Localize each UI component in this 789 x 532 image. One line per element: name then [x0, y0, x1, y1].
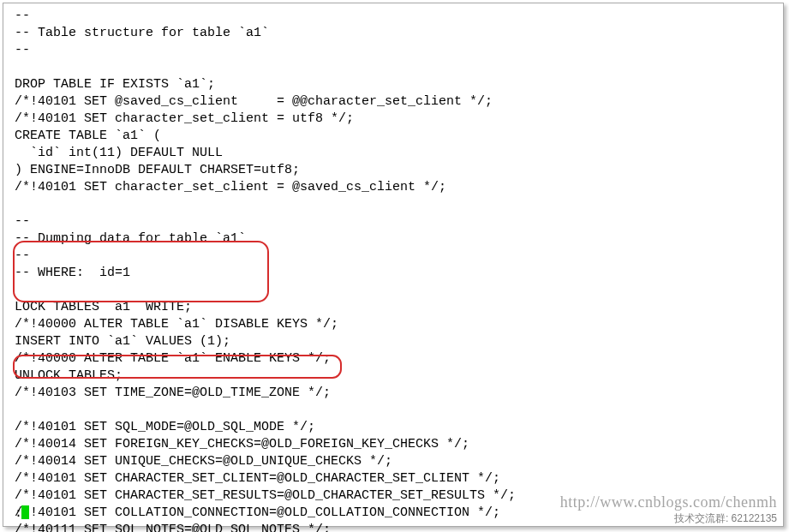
cursor-icon [21, 505, 29, 519]
terminal-frame: -- -- Table structure for table `a1` -- … [3, 3, 784, 527]
watermark-qq: 技术交流群: 62122135 [674, 511, 777, 526]
code-block: -- -- Table structure for table `a1` -- … [15, 8, 774, 532]
watermark-url: http://www.cnblogs.com/chenmh [560, 493, 777, 511]
